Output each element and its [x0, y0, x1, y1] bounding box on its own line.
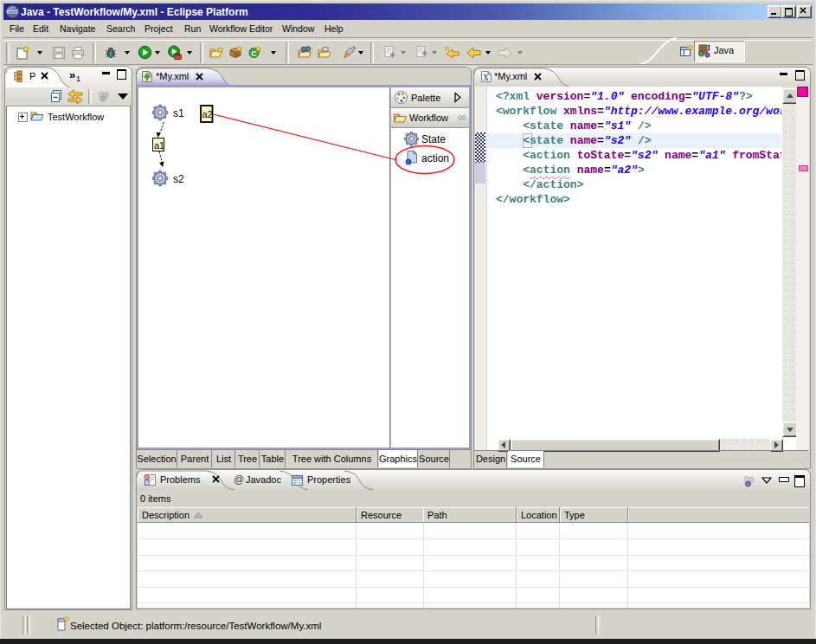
svg-text:a1: a1: [154, 140, 164, 151]
svg-text:s1: s1: [173, 107, 184, 119]
svg-text:a2: a2: [202, 109, 213, 119]
svg-text:J: J: [706, 43, 710, 53]
svg-text:C: C: [251, 49, 257, 58]
svg-text:X: X: [483, 74, 489, 82]
svg-text:s2: s2: [173, 173, 184, 185]
